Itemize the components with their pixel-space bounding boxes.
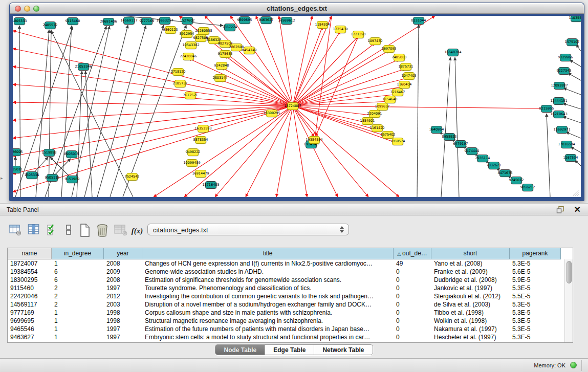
graph-node[interactable]: 9856212	[522, 184, 533, 191]
table-cell[interactable]: 2	[52, 284, 104, 292]
graph-node[interactable]: 8958923	[444, 133, 455, 141]
table-cell[interactable]: Embryonic stem cells: a model to study s…	[142, 333, 394, 341]
table-cell[interactable]: Changes of HCN gene expression and I(f) …	[142, 259, 394, 268]
graph-node[interactable]: 9242848	[216, 62, 227, 70]
graph-node[interactable]: 22260558	[198, 27, 209, 35]
table-cell[interactable]: Wolkin et al. (1998)	[431, 317, 510, 325]
graph-node[interactable]: 8471676	[499, 169, 511, 177]
table-cell[interactable]: 1997	[104, 284, 142, 292]
table-cell[interactable]: 5.3E-5	[510, 309, 561, 317]
graph-node[interactable]: 12444151	[553, 97, 564, 105]
graph-node[interactable]: 7832621	[488, 162, 499, 169]
graph-node[interactable]: 2803144	[214, 74, 226, 82]
graph-node[interactable]: 16210643	[553, 111, 564, 118]
graph-node[interactable]: 1575107	[567, 38, 578, 46]
table-cell[interactable]: Tibbo et al. (1998)	[431, 309, 510, 317]
table-row[interactable]: 1456911722003Disruption of a novel membe…	[8, 300, 564, 309]
graph-node[interactable]: 1184304	[317, 21, 328, 29]
table-cell[interactable]: 0	[394, 309, 431, 317]
graph-node[interactable]: 8912954	[181, 30, 192, 38]
graph-node[interactable]: 17016504	[561, 141, 572, 148]
graph-node[interactable]: 1805333	[14, 17, 25, 25]
column-header-name[interactable]: name	[8, 248, 52, 259]
graph-node[interactable]: 7485083	[394, 54, 405, 61]
graph-node[interactable]: 1527602	[182, 17, 193, 25]
graph-node[interactable]: 1505334	[26, 171, 37, 179]
table-cell[interactable]: Estimation of significance thresholds fo…	[142, 276, 394, 284]
table-cell[interactable]: 0	[394, 276, 431, 284]
table-cell[interactable]: 1	[52, 317, 104, 325]
graph-node[interactable]: 1154640	[384, 96, 396, 103]
table-cell[interactable]: 0	[394, 317, 431, 325]
table-cell[interactable]: Corpus callosum shape and size in male p…	[142, 309, 394, 317]
column-header-pagerank[interactable]: pagerank	[510, 248, 561, 259]
table-mode-button[interactable]	[61, 223, 76, 238]
canvas-resize-grip[interactable]	[572, 189, 579, 196]
graph-node[interactable]: 1519898	[43, 149, 55, 157]
graph-node[interactable]: 15692971	[556, 126, 568, 134]
graph-node[interactable]: 1854921	[362, 117, 373, 125]
graph-node[interactable]: 9463627	[260, 16, 272, 24]
table-cell[interactable]: Genome-wide association studies in ADHD.	[142, 268, 394, 276]
table-cell[interactable]: 18724007	[8, 259, 52, 268]
table-cell[interactable]: 9463627	[8, 333, 52, 341]
graph-node[interactable]: 12093887	[554, 82, 565, 90]
graph-node[interactable]: 8454749	[244, 47, 255, 54]
table-vertical-scrollbar[interactable]	[564, 259, 573, 342]
table-cell[interactable]: 5.3E-5	[510, 333, 561, 341]
graph-node[interactable]: 1160404	[399, 81, 410, 89]
graph-node[interactable]: 9245012	[511, 177, 522, 184]
graph-node[interactable]: 18724007	[287, 102, 298, 110]
table-cell[interactable]: 0	[394, 292, 431, 300]
graph-node[interactable]: 22420046	[183, 53, 194, 60]
graph-node[interactable]: 9498222	[187, 148, 199, 156]
table-cell[interactable]: Disruption of a novel member of a sodium…	[142, 300, 394, 309]
delete-table-button-disabled[interactable]	[114, 223, 128, 238]
column-header-title[interactable]: title	[142, 248, 394, 259]
graph-node[interactable]: 2718120	[172, 68, 184, 76]
table-cell[interactable]: 5.3E-5	[510, 259, 561, 268]
graph-node[interactable]: 9329966	[560, 54, 571, 61]
table-cell[interactable]: 49	[394, 259, 431, 268]
table-row[interactable]: 1830029562008Estimation of significance …	[8, 276, 564, 284]
table-row[interactable]: 946554611997Estimation of the future num…	[8, 325, 564, 333]
graph-node[interactable]: 8131044	[413, 17, 424, 25]
graph-node[interactable]: 10543382	[185, 41, 197, 49]
table-cell[interactable]: 1	[52, 333, 104, 341]
tab-node-table[interactable]: Node Table	[215, 345, 265, 355]
table-cell[interactable]: 19384554	[8, 268, 52, 276]
table-cell[interactable]: 5.3E-5	[510, 284, 561, 292]
table-cell[interactable]: Estimation of the future numbers of pati…	[142, 325, 394, 333]
graph-node[interactable]: 1167534	[565, 154, 576, 162]
table-cell[interactable]: 2003	[104, 300, 142, 309]
tab-network-table[interactable]: Network Table	[314, 345, 372, 355]
graph-node[interactable]: 20691406	[103, 18, 114, 26]
table-cell[interactable]: Franke et al. (2009)	[431, 268, 510, 276]
table-cell[interactable]: 2	[52, 300, 104, 309]
graph-node[interactable]: 1640954	[431, 126, 442, 134]
graph-node[interactable]: 1221390	[353, 31, 364, 38]
table-cell[interactable]: 2008	[104, 276, 142, 284]
graph-node[interactable]: 1875731	[400, 63, 411, 71]
graph-node[interactable]: 1099657	[377, 103, 388, 111]
graph-node[interactable]: 9115460	[67, 17, 78, 25]
table-cell[interactable]: 5.3E-5	[510, 325, 561, 333]
table-cell[interactable]: 2008	[104, 259, 142, 268]
table-cell[interactable]: Tourette syndrome. Phenomenology and cla…	[142, 284, 394, 292]
graph-node[interactable]: 10099489	[186, 159, 198, 167]
column-header-short[interactable]: short	[431, 248, 510, 259]
table-cell[interactable]: Yano et al. (2008)	[431, 259, 510, 268]
table-cell[interactable]: 14569117	[8, 300, 52, 309]
graph-node[interactable]: 2204091	[369, 110, 380, 118]
graph-node[interactable]: 16569612	[281, 17, 292, 25]
table-cell[interactable]: 1997	[104, 325, 142, 333]
table-cell[interactable]: 9699695	[8, 317, 52, 325]
graph-node[interactable]: 16353593	[198, 125, 209, 133]
table-cell[interactable]: 1997	[104, 333, 142, 341]
table-cell[interactable]: 18300295	[8, 276, 52, 284]
graph-node[interactable]: 2935114	[477, 155, 488, 162]
graph-node[interactable]: 1575402	[382, 131, 394, 139]
graph-node[interactable]: 8215955	[541, 105, 552, 113]
graph-node[interactable]: 7612521	[185, 92, 196, 99]
table-cell[interactable]: 0	[394, 333, 431, 341]
